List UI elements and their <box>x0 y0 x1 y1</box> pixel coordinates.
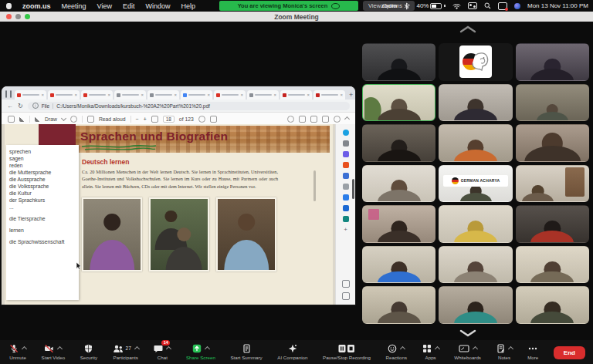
expand-icon[interactable] <box>322 116 329 123</box>
close-tab-icon[interactable]: × <box>174 93 177 97</box>
battery-indicator[interactable]: 40% <box>416 2 446 9</box>
whiteboards-button[interactable]: Whiteboards <box>454 343 481 360</box>
control-center-icon[interactable] <box>468 2 477 9</box>
edge-sidebar-app-icon[interactable] <box>343 216 349 222</box>
page-number-input[interactable]: 18 <box>163 116 175 123</box>
close-tab-icon[interactable]: × <box>340 93 343 97</box>
close-tab-icon[interactable]: × <box>141 93 144 97</box>
notes-button[interactable]: Notes <box>496 343 513 360</box>
draw-label[interactable]: Draw <box>45 116 57 122</box>
screen-recording-indicator-icon[interactable] <box>498 2 507 10</box>
browser-tab[interactable]: × <box>81 90 113 99</box>
close-tab-icon[interactable]: × <box>74 93 77 97</box>
collapse-gallery-chevron-down[interactable] <box>459 329 477 338</box>
close-tab-icon[interactable]: × <box>240 93 243 97</box>
start-video-chevron-icon[interactable] <box>57 346 63 352</box>
chat-chevron-icon[interactable] <box>166 346 171 352</box>
ai-companion-button[interactable]: AI Companion <box>277 343 307 360</box>
pdf-scrollbar-thumb[interactable] <box>313 170 316 201</box>
save-icon[interactable] <box>310 116 317 123</box>
menu-window[interactable]: Window <box>145 2 170 10</box>
notes-chevron-icon[interactable] <box>508 346 513 352</box>
edge-sidebar-app-icon[interactable] <box>343 130 349 136</box>
highlighter-icon[interactable] <box>19 116 25 122</box>
participants-button[interactable]: 27Participants <box>113 343 139 360</box>
participant-tile-man-thinking-with-plant-active-speaker[interactable] <box>362 84 435 122</box>
edge-sidebar-app-icon[interactable] <box>343 205 349 211</box>
menubar-clock[interactable]: Mon 13 Nov 11:00 PM <box>527 2 588 9</box>
participant-tile-woman-room-decor[interactable] <box>362 286 435 324</box>
close-tab-icon[interactable]: × <box>107 93 110 97</box>
menu-zoomus[interactable]: zoom.us <box>22 2 51 10</box>
participant-tile-woman-bright-room[interactable] <box>362 165 435 203</box>
edge-sidebar-app-icon[interactable] <box>343 140 349 147</box>
edge-sidebar-app-icon[interactable] <box>343 162 349 168</box>
close-tab-icon[interactable]: × <box>307 93 310 97</box>
collapse-toolbar-icon[interactable] <box>344 116 350 122</box>
edge-sidebar-app-icon[interactable] <box>343 184 349 190</box>
workspace-icon[interactable] <box>5 90 7 98</box>
participant-tile-man-dark-glasses-teal[interactable] <box>439 286 512 324</box>
zoom-out-button[interactable]: − <box>136 116 139 122</box>
participant-tile-woman-near-door-mirror[interactable] <box>516 165 589 203</box>
close-tab-icon[interactable]: × <box>41 93 44 97</box>
edge-sidebar-tool-icon[interactable] <box>342 292 350 300</box>
read-aloud-button[interactable]: Read aloud <box>99 116 126 122</box>
zoom-in-button[interactable]: + <box>144 116 147 122</box>
edge-sidebar-app-icon[interactable] <box>343 173 349 179</box>
apple-logo-icon[interactable] <box>6 3 12 9</box>
participant-tile-woman-dark-hair[interactable] <box>439 84 512 122</box>
whiteboards-chevron-icon[interactable] <box>473 346 478 352</box>
reactions-chevron-icon[interactable] <box>400 346 405 352</box>
pdf-search-icon[interactable] <box>287 116 294 123</box>
more-tools-icon[interactable] <box>210 116 217 123</box>
participant-tile-man-with-headphones-dark-room[interactable] <box>362 43 435 81</box>
participant-tile-woman-hand-on-chin-dark[interactable] <box>362 124 435 162</box>
participant-tile-man-red-shirt-glasses[interactable] <box>516 205 589 243</box>
participant-tile-person-in-yellow-looking-down[interactable] <box>439 205 512 243</box>
settings-gear-icon[interactable] <box>334 116 341 123</box>
participant-tile-woman-bright-wall[interactable] <box>516 246 589 284</box>
participant-tile-woman-closeup[interactable] <box>516 124 589 162</box>
participant-tile-woman-with-glasses[interactable] <box>439 246 512 284</box>
start-video-button[interactable]: Start Video <box>42 343 66 360</box>
participant-tile-woman-in-orange[interactable] <box>439 124 512 162</box>
apps-button[interactable]: Apps <box>422 343 439 360</box>
participant-tile-woman-with-posters[interactable] <box>362 205 435 243</box>
edge-sidebar-app-icon[interactable] <box>343 151 349 157</box>
more-button[interactable]: More <box>527 343 538 360</box>
end-meeting-button[interactable]: End <box>554 346 585 359</box>
zoom-menubar-item[interactable]: zoom <box>381 2 398 9</box>
pdf-sidebar-icon[interactable] <box>8 116 15 123</box>
participant-tile-man-in-office[interactable] <box>516 84 589 122</box>
unmute-chevron-icon[interactable] <box>22 346 27 352</box>
browser-tab[interactable]: × <box>214 90 246 99</box>
browser-tab[interactable]: × <box>147 90 179 99</box>
text-select-icon[interactable] <box>87 116 94 123</box>
draw-pen-icon[interactable] <box>35 116 40 122</box>
back-icon[interactable]: ← <box>7 103 13 110</box>
browser-tab[interactable]: × <box>247 90 279 99</box>
reactions-button[interactable]: Reactions <box>386 343 408 360</box>
participant-tile-german-acharya-logo-tile[interactable]: GERMAN ACHARYA <box>439 165 512 203</box>
tab-actions-icon[interactable] <box>10 90 12 98</box>
start-summary-button[interactable]: Start Summary <box>230 343 262 360</box>
browser-tab[interactable]: × <box>313 90 345 99</box>
apps-chevron-icon[interactable] <box>435 346 440 352</box>
browser-tab[interactable]: × <box>280 90 312 99</box>
print-icon[interactable] <box>299 116 306 123</box>
new-tab-button[interactable]: + <box>349 91 353 99</box>
browser-tab[interactable]: × <box>181 90 212 99</box>
edge-sidebar-tool-icon[interactable] <box>342 280 350 288</box>
refresh-icon[interactable]: ↻ <box>18 103 23 110</box>
menu-help[interactable]: Help <box>181 2 195 10</box>
address-url-field[interactable]: i File C:/Users/Monika/Downloads/kursbuc… <box>28 102 350 110</box>
participant-tile-person-hand-on-face-dark[interactable] <box>516 43 589 81</box>
browser-tab[interactable]: × <box>15 90 46 99</box>
fit-page-icon[interactable] <box>151 116 158 123</box>
share-screen-chevron-icon[interactable] <box>205 346 210 352</box>
security-button[interactable]: Security <box>80 343 97 360</box>
chat-button[interactable]: 14Chat <box>154 343 171 360</box>
bluetooth-icon[interactable] <box>404 2 409 10</box>
wifi-icon[interactable] <box>452 3 461 9</box>
